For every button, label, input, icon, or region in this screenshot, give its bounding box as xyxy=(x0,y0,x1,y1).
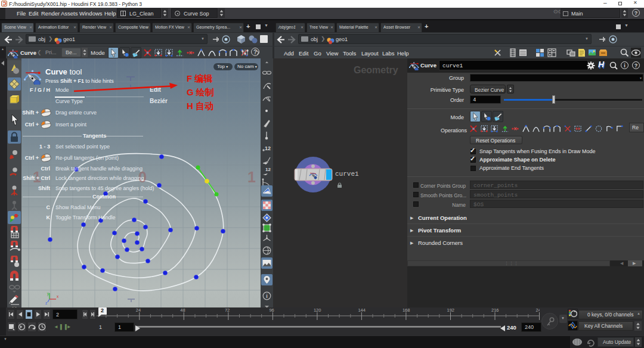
svg-text:12: 12 xyxy=(265,167,271,172)
svg-text:i: i xyxy=(266,293,268,299)
svg-text:12: 12 xyxy=(265,145,271,151)
svg-text:48: 48 xyxy=(180,307,185,313)
svg-text:120: 120 xyxy=(314,307,321,313)
svg-text:192: 192 xyxy=(447,307,455,313)
svg-text:168: 168 xyxy=(402,307,410,313)
svg-text:240: 240 xyxy=(536,307,540,313)
svg-text:24: 24 xyxy=(136,307,141,313)
svg-text:96: 96 xyxy=(269,307,274,313)
svg-text:144: 144 xyxy=(358,307,366,313)
svg-text:72: 72 xyxy=(225,307,230,313)
svg-text:216: 216 xyxy=(491,307,499,313)
